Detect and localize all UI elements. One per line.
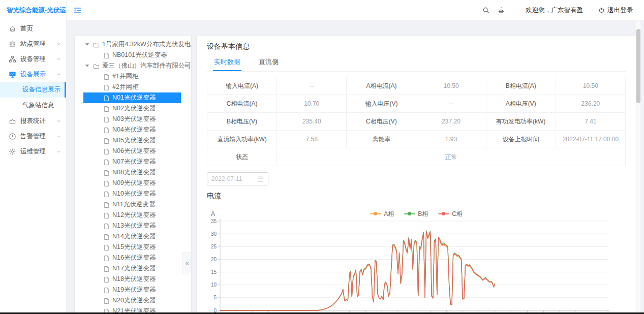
- tree-node[interactable]: N10光伏逆变器: [75, 189, 191, 199]
- info-label: C相电压(V): [347, 113, 416, 131]
- tree-node-label: N10光伏逆变器: [112, 190, 156, 198]
- legend-marker: [370, 213, 381, 214]
- cluster-icon: [9, 55, 16, 63]
- sidebar-item-sites[interactable]: 站点管理: [0, 36, 66, 51]
- tree-node[interactable]: N15光伏逆变器: [75, 242, 191, 253]
- logout-button[interactable]: 退出登录: [598, 6, 633, 15]
- tree-node[interactable]: N18光伏逆变器: [75, 274, 191, 285]
- tree-node[interactable]: 1号家用4.32kW分布式光伏发电站: [75, 39, 191, 50]
- sidebar-subitem-weather-station[interactable]: 气象站信息: [0, 98, 66, 113]
- tree-node-label: N19光伏逆变器: [112, 286, 156, 294]
- tree-node-label: #2并网柜: [112, 83, 138, 91]
- info-label: 离散率: [347, 131, 416, 148]
- tree-node[interactable]: NB0101光伏逆变器: [75, 50, 191, 60]
- caret-down-icon[interactable]: [85, 42, 89, 47]
- file-icon: [103, 191, 110, 197]
- main-content: 1号家用4.32kW分布式光伏发电站 NB0101光伏逆变器 爱三（佛山）汽车部…: [67, 21, 644, 314]
- crown-icon: [9, 117, 16, 125]
- tree-node-label: N15光伏逆变器: [112, 243, 156, 252]
- tree-node[interactable]: N13光伏逆变器: [75, 221, 191, 231]
- tree-node[interactable]: N16光伏逆变器: [75, 253, 191, 263]
- tab-bar: 实时数据 直流侧: [207, 54, 626, 72]
- tree-node[interactable]: #2并网柜: [75, 82, 191, 92]
- tree-node[interactable]: N06光伏逆变器: [75, 146, 191, 156]
- tree-collapse-handle[interactable]: «: [182, 252, 191, 274]
- tree-node-label: #1并网柜: [112, 72, 138, 81]
- legend-marker: [404, 213, 415, 214]
- search-icon[interactable]: [478, 7, 494, 14]
- calendar-icon: [257, 176, 264, 182]
- sidebar-item-label: 运维管理: [20, 147, 46, 156]
- table-row: 直流输入功率(kW) 7.58 离散率 1.93 设备上报时间 2022-07-…: [207, 131, 626, 148]
- caret-down-icon[interactable]: [85, 64, 89, 68]
- tree-node-label: N04光伏逆变器: [112, 125, 156, 134]
- alert-circle-icon: [9, 133, 16, 140]
- chart-section-title: 电流: [207, 192, 626, 201]
- chart-legend: A相 B相 C相: [370, 210, 463, 218]
- date-picker[interactable]: 2022-07-11: [207, 172, 268, 185]
- file-icon: [103, 73, 110, 80]
- tree-node-content: N19光伏逆变器: [83, 285, 181, 295]
- sidebar-item-alarms[interactable]: 告警管理: [0, 129, 66, 144]
- sidebar-item-label: 站点管理: [20, 40, 46, 48]
- file-icon: [103, 265, 110, 272]
- legend-item[interactable]: C相: [438, 210, 463, 218]
- tree-node[interactable]: N12光伏逆变器: [75, 210, 191, 221]
- tree-node[interactable]: N03光伏逆变器: [75, 114, 191, 124]
- tree-node-label: N07光伏逆变器: [112, 158, 156, 166]
- info-label: 输入电压(V): [347, 95, 416, 113]
- tree-node[interactable]: N01光伏逆变器: [75, 92, 191, 103]
- tree-node[interactable]: N17光伏逆变器: [75, 263, 191, 274]
- file-icon: [103, 105, 110, 112]
- chevron-down-icon: [56, 149, 61, 154]
- tree-node-label: N05光伏逆变器: [112, 136, 156, 145]
- tree-node[interactable]: N07光伏逆变器: [75, 156, 191, 167]
- tree-node[interactable]: N08光伏逆变器: [75, 167, 191, 178]
- tree-node-content: N07光伏逆变器: [83, 156, 181, 167]
- file-icon: [103, 127, 110, 133]
- monitor-icon: [9, 71, 16, 78]
- tree-node[interactable]: N20光伏逆变器: [75, 295, 191, 306]
- file-icon: [103, 52, 110, 58]
- file-icon: [103, 297, 110, 304]
- tree-node[interactable]: N19光伏逆变器: [75, 285, 191, 295]
- sidebar-item-operations[interactable]: 运维管理: [0, 144, 66, 159]
- page-scrollbar-thumb[interactable]: [636, 29, 640, 103]
- welcome-text: 欢迎您，广东智有盈: [526, 6, 584, 15]
- tree-node[interactable]: N05光伏逆变器: [75, 135, 191, 146]
- tree-node[interactable]: N02光伏逆变器: [75, 103, 191, 114]
- svg-text:10: 10: [211, 282, 217, 288]
- tab-dc-side[interactable]: 直流侧: [258, 54, 280, 71]
- tree-node[interactable]: N09光伏逆变器: [75, 178, 191, 189]
- info-label: A相电压(V): [486, 95, 556, 113]
- file-icon: [103, 159, 110, 165]
- tree-node[interactable]: N14光伏逆变器: [75, 231, 191, 242]
- info-label: B相电压(V): [207, 113, 277, 131]
- sidebar-item-home[interactable]: 首页: [0, 21, 66, 36]
- sidebar-subitem-device-info[interactable]: 设备信息展示: [0, 82, 66, 98]
- tree-node[interactable]: N11光伏逆变器: [75, 199, 191, 210]
- legend-item[interactable]: B相: [404, 210, 428, 218]
- legend-marker: [438, 213, 449, 214]
- tree-node-label: N17光伏逆变器: [112, 264, 156, 273]
- tree-node-content: 爱三（佛山）汽车部件有限公司光伏发: [93, 60, 192, 71]
- sidebar-item-reports[interactable]: 报表统计: [0, 113, 66, 129]
- tree-node-label: N14光伏逆变器: [112, 232, 156, 241]
- info-label: A相电流(A): [347, 77, 416, 95]
- home-icon: [9, 25, 16, 33]
- info-label: B相电流(A): [486, 77, 556, 95]
- folder-icon: [93, 41, 100, 48]
- tree-node[interactable]: N04光伏逆变器: [75, 124, 191, 135]
- tree-node[interactable]: 爱三（佛山）汽车部件有限公司光伏发: [75, 60, 191, 71]
- info-value: 10.50: [556, 77, 625, 95]
- info-value: 7.58: [277, 131, 347, 148]
- tree-node-label: N09光伏逆变器: [112, 179, 156, 187]
- sidebar-item-devices[interactable]: 设备管理: [0, 51, 66, 67]
- sidebar-item-device-display[interactable]: 设备展示: [0, 67, 66, 82]
- tree-node[interactable]: #1并网柜: [75, 71, 191, 82]
- menu-fold-icon[interactable]: [73, 6, 82, 15]
- tab-realtime-data[interactable]: 实时数据: [213, 54, 241, 71]
- legend-item[interactable]: A相: [370, 210, 394, 218]
- info-value: 7.41: [556, 113, 625, 131]
- alarm-siren-icon[interactable]: [494, 6, 509, 14]
